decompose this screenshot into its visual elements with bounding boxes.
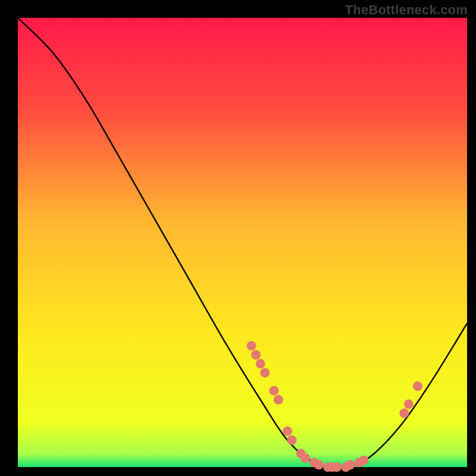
- data-marker: [314, 460, 324, 469]
- data-marker: [251, 350, 261, 359]
- data-marker: [256, 359, 265, 368]
- data-marker: [287, 436, 297, 445]
- chart-frame: TheBottleneck.com: [0, 0, 476, 476]
- data-marker: [359, 456, 368, 465]
- data-marker: [399, 408, 409, 418]
- data-marker: [274, 395, 283, 405]
- plot-background: [18, 18, 467, 467]
- data-marker: [404, 399, 414, 409]
- data-marker: [260, 368, 270, 377]
- data-marker: [346, 460, 355, 469]
- data-marker: [332, 462, 342, 472]
- data-marker: [413, 381, 422, 391]
- bottleneck-chart: [0, 0, 476, 476]
- data-marker: [283, 427, 292, 436]
- data-marker: [300, 453, 310, 463]
- data-marker: [247, 341, 256, 350]
- data-marker: [269, 386, 278, 396]
- watermark-label: TheBottleneck.com: [345, 2, 468, 18]
